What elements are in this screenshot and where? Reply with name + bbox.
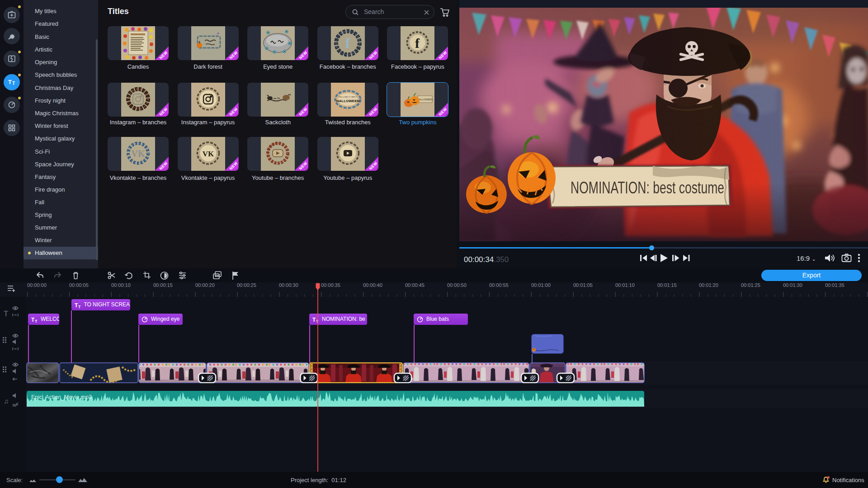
svg-text:T: T [12, 81, 15, 86]
svg-text:WELCOME TO PARTY: WELCOME TO PARTY [339, 96, 358, 98]
svg-text:NOMINATION: best costume: NOMINATION: best costume [571, 178, 724, 197]
svg-text:VK: VK [202, 150, 214, 158]
svg-text:T: T [4, 310, 8, 318]
svg-text:f: f [345, 35, 350, 51]
svg-text:T: T [78, 305, 81, 309]
svg-text:Epic_Action_Movie.mp3: Epic_Action_Movie.mp3 [31, 394, 92, 400]
svg-text:T: T [35, 319, 38, 324]
svg-text:T: T [312, 317, 316, 323]
svg-text:HALLOWEEN: HALLOWEEN [336, 99, 360, 103]
svg-text:T: T [8, 79, 12, 85]
svg-text:♫: ♫ [4, 397, 9, 405]
svg-text:VK: VK [132, 149, 145, 159]
svg-text:T: T [31, 317, 35, 323]
svg-text:T: T [75, 302, 78, 309]
svg-text:f: f [415, 36, 420, 51]
